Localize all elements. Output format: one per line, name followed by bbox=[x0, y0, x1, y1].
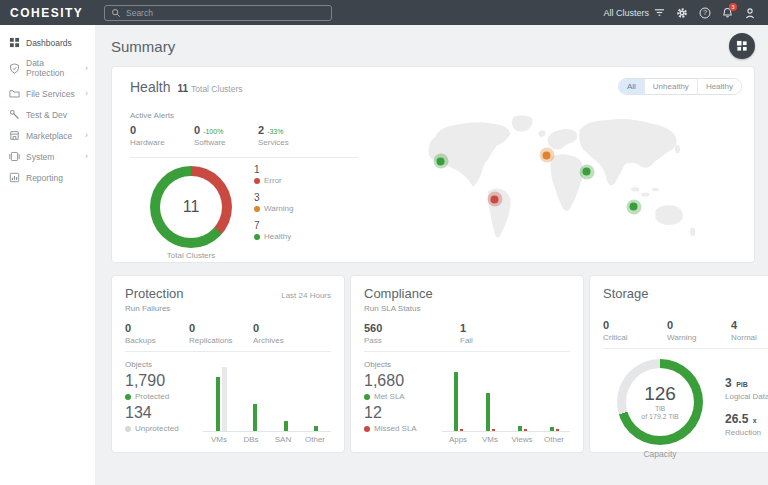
sidebar-item-dashboards[interactable]: Dashboards bbox=[0, 32, 95, 53]
svg-text:?: ? bbox=[703, 9, 707, 16]
met-sla-dot bbox=[364, 394, 370, 400]
grid-icon bbox=[736, 40, 748, 52]
health-legend: 1 Error 3 Warning 7 Healthy bbox=[254, 164, 294, 248]
used-capacity-value: 126 bbox=[644, 383, 676, 405]
donut-caption: Total Clusters bbox=[120, 251, 262, 260]
filter-healthy-button[interactable]: Healthy bbox=[698, 79, 741, 94]
protection-title: Protection bbox=[125, 286, 184, 301]
total-clusters-count: 11 bbox=[177, 83, 188, 94]
main-content: Summary Health 11 Total Clusters All Unh… bbox=[95, 25, 768, 485]
active-alerts-label: Active Alerts bbox=[130, 111, 174, 120]
error-dot bbox=[254, 178, 260, 184]
chevron-right-icon: › bbox=[85, 131, 88, 140]
protection-subtitle: Run Failures bbox=[125, 304, 331, 313]
health-filter-group: All Unhealthy Healthy bbox=[618, 78, 742, 95]
healthy-dot bbox=[254, 234, 260, 240]
sidebar-item-marketplace[interactable]: Marketplace › bbox=[0, 125, 95, 146]
top-bar: COHESITY All Clusters ? 3 bbox=[0, 0, 768, 25]
filter-icon bbox=[654, 8, 665, 17]
notification-badge: 3 bbox=[729, 3, 737, 11]
wrench-icon bbox=[9, 109, 20, 120]
warning-stat: 0 Warning bbox=[667, 319, 731, 342]
missed-sla-count: 12 bbox=[364, 404, 442, 422]
chevron-right-icon: › bbox=[85, 89, 88, 98]
sidebar-item-reporting[interactable]: Reporting bbox=[0, 167, 95, 188]
chevron-right-icon: › bbox=[85, 64, 88, 73]
missed-sla-dot bbox=[364, 426, 370, 432]
folder-icon bbox=[9, 88, 20, 99]
archives-stat: 0 Archives bbox=[253, 322, 317, 345]
services-alerts-stat: 2-33% Services bbox=[258, 124, 322, 147]
reduction-stat: 26.5 x Reduction bbox=[725, 409, 768, 437]
sidebar-nav: Dashboards Data Protection › File Servic… bbox=[0, 25, 95, 485]
clusters-donut-chart: 11 bbox=[150, 166, 232, 248]
sidebar-item-test-dev[interactable]: Test & Dev bbox=[0, 104, 95, 125]
software-alerts-stat: 0-100% Software bbox=[194, 124, 258, 147]
fail-stat: 1 Fail bbox=[460, 322, 524, 345]
help-icon[interactable]: ? bbox=[699, 7, 711, 19]
user-icon[interactable] bbox=[744, 7, 756, 19]
search-box[interactable] bbox=[104, 5, 332, 21]
protected-count: 1,790 bbox=[125, 372, 203, 390]
cluster-selector[interactable]: All Clusters bbox=[603, 8, 665, 18]
health-card: Health 11 Total Clusters All Unhealthy H… bbox=[111, 66, 755, 263]
capacity-donut-chart: 126 TiB of 179.2 TiB bbox=[617, 359, 703, 445]
capacity-label: Capacity bbox=[617, 449, 703, 459]
shield-icon bbox=[9, 63, 20, 74]
sidebar-item-data-protection[interactable]: Data Protection › bbox=[0, 53, 95, 83]
report-chart-icon bbox=[9, 172, 20, 183]
protection-bar-chart: VMsDBsSANOther bbox=[203, 360, 331, 444]
health-title: Health bbox=[130, 79, 170, 95]
total-clusters-label: Total Clusters bbox=[191, 84, 243, 94]
protection-card: Protection Last 24 Hours Run Failures 0 … bbox=[111, 275, 345, 453]
protection-period: Last 24 Hours bbox=[281, 291, 331, 300]
search-icon bbox=[111, 8, 121, 18]
sidebar-item-file-services[interactable]: File Services › bbox=[0, 83, 95, 104]
unprotected-count: 134 bbox=[125, 404, 203, 422]
filter-unhealthy-button[interactable]: Unhealthy bbox=[645, 79, 698, 94]
objects-label: Objects bbox=[125, 360, 203, 369]
search-input[interactable] bbox=[126, 8, 325, 18]
storefront-icon bbox=[9, 130, 20, 141]
replications-stat: 0 Replications bbox=[189, 322, 253, 345]
legend-warning: 3 Warning bbox=[254, 192, 294, 213]
donut-center-value: 11 bbox=[150, 166, 232, 248]
compliance-title: Compliance bbox=[364, 286, 433, 301]
compliance-bar-chart: AppsVMsViewsOther bbox=[442, 360, 570, 444]
storage-card: Storage 0 Critical 0 Warning 4 Normal bbox=[589, 275, 768, 453]
objects-label: Objects bbox=[364, 360, 442, 369]
pass-stat: 560 Pass bbox=[364, 322, 460, 345]
page-title: Summary bbox=[111, 38, 175, 55]
critical-stat: 0 Critical bbox=[603, 319, 667, 342]
protected-dot bbox=[125, 394, 131, 400]
hardware-alerts-stat: 0 Hardware bbox=[130, 124, 194, 147]
logical-data-stat: 3 PiB Logical Data bbox=[725, 373, 768, 401]
unprotected-dot bbox=[125, 426, 131, 432]
notifications-bell-icon[interactable]: 3 bbox=[722, 7, 733, 19]
legend-healthy: 7 Healthy bbox=[254, 220, 294, 241]
met-sla-count: 1,680 bbox=[364, 372, 442, 390]
world-map bbox=[392, 105, 740, 257]
dashboard-switcher-button[interactable] bbox=[729, 33, 755, 59]
chevron-right-icon: › bbox=[85, 152, 88, 161]
warning-dot bbox=[254, 206, 260, 212]
compliance-subtitle: Run SLA Status bbox=[364, 304, 570, 313]
compliance-card: Compliance Run SLA Status 560 Pass 1 Fai… bbox=[350, 275, 584, 453]
active-alerts-stats: 0 Hardware 0-100% Software 2-33% Service… bbox=[130, 124, 322, 147]
system-box-icon bbox=[9, 151, 20, 162]
normal-stat: 4 Normal bbox=[731, 319, 768, 342]
backups-stat: 0 Backups bbox=[125, 322, 189, 345]
sidebar-item-system[interactable]: System › bbox=[0, 146, 95, 167]
topbar-actions: All Clusters ? 3 bbox=[603, 7, 768, 19]
storage-title: Storage bbox=[603, 286, 649, 301]
settings-gear-icon[interactable] bbox=[676, 7, 688, 19]
dashboards-icon bbox=[9, 37, 20, 48]
cohesity-logo: COHESITY bbox=[0, 6, 95, 20]
legend-error: 1 Error bbox=[254, 164, 294, 185]
filter-all-button[interactable]: All bbox=[619, 79, 645, 94]
